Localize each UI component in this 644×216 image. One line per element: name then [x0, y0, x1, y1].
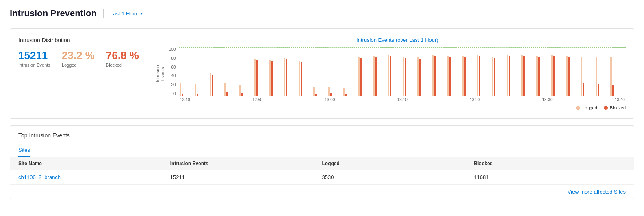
chart-grid — [179, 47, 626, 96]
chart-legend: Logged Blocked — [169, 105, 626, 110]
chart-inner: 12:40 12:50 13:00 13:10 13:20 13:30 13:4… — [179, 47, 626, 102]
stat-events-label: Intrusion Events — [18, 63, 50, 68]
col-blocked: Blocked — [474, 161, 626, 166]
top-events-title: Top Intrusion Events — [10, 126, 634, 144]
page-header: Intrusion Prevention Last 1 Hour — [10, 8, 634, 19]
view-more-row: View more affected Sites — [10, 185, 634, 199]
stat-blocked-value: 76.8 % — [106, 49, 139, 62]
stat-logged: 23.2 % Logged — [62, 49, 95, 68]
cell-site-name[interactable]: cb1100_2_branch — [18, 174, 170, 180]
time-filter-button[interactable]: Last 1 Hour — [110, 11, 143, 17]
legend-logged-dot — [576, 106, 580, 110]
table-row: cb1100_2_branch 15211 3530 11681 — [10, 170, 634, 185]
legend-logged-label: Logged — [582, 105, 597, 110]
chart-y-axis: 100 80 60 40 20 0 — [169, 47, 178, 96]
stat-blocked-label: Blocked — [106, 63, 139, 68]
chart-title: Intrusion Events (over Last 1 Hour) — [169, 37, 626, 43]
site-name-link[interactable]: cb1100_2_branch — [18, 174, 61, 180]
legend-blocked-dot — [604, 106, 608, 110]
bottom-panel: Top Intrusion Events Sites Site Name Int… — [10, 125, 634, 199]
bars-container — [179, 47, 626, 96]
tab-sites[interactable]: Sites — [18, 144, 30, 157]
table-container: Site Name Intrusion Events Logged Blocke… — [10, 157, 634, 185]
stats-row: 15211 Intrusion Events 23.2 % Logged 76.… — [18, 49, 139, 68]
chart-full: Intrusion Events (over Last 1 Hour) 100 … — [169, 37, 626, 110]
tabs-row: Sites — [10, 144, 634, 157]
legend-logged: Logged — [576, 105, 597, 110]
time-filter-label: Last 1 Hour — [110, 11, 137, 17]
legend-blocked: Blocked — [604, 105, 626, 110]
stat-events: 15211 Intrusion Events — [18, 49, 50, 68]
page-title: Intrusion Prevention — [10, 8, 97, 19]
chevron-down-icon — [140, 13, 143, 15]
view-more-link[interactable]: View more affected Sites — [568, 189, 626, 195]
chart-y-label: IntrusionEvents — [155, 65, 165, 82]
distribution-title: Intrusion Distribution — [18, 37, 139, 44]
table-header-row: Site Name Intrusion Events Logged Blocke… — [10, 157, 634, 170]
stat-logged-value: 23.2 % — [62, 49, 95, 62]
stat-logged-label: Logged — [62, 63, 95, 68]
stat-events-value: 15211 — [18, 49, 50, 62]
col-site-name: Site Name — [18, 161, 170, 166]
cell-logged: 3530 — [322, 174, 474, 180]
chart-x-axis: 12:40 12:50 13:00 13:10 13:20 13:30 13:4… — [179, 98, 626, 102]
col-intrusion-events: Intrusion Events — [170, 161, 322, 166]
cell-blocked: 11681 — [474, 174, 626, 180]
col-logged: Logged — [322, 161, 474, 166]
cell-intrusion-events: 15211 — [170, 174, 322, 180]
distribution-left: Intrusion Distribution 15211 Intrusion E… — [18, 37, 139, 68]
distribution-panel: Intrusion Distribution 15211 Intrusion E… — [10, 28, 634, 119]
chart-outer: IntrusionEvents Intrusion Events (over L… — [155, 37, 626, 110]
legend-blocked-label: Blocked — [610, 105, 626, 110]
stat-blocked: 76.8 % Blocked — [106, 49, 139, 68]
header-divider — [103, 9, 104, 18]
